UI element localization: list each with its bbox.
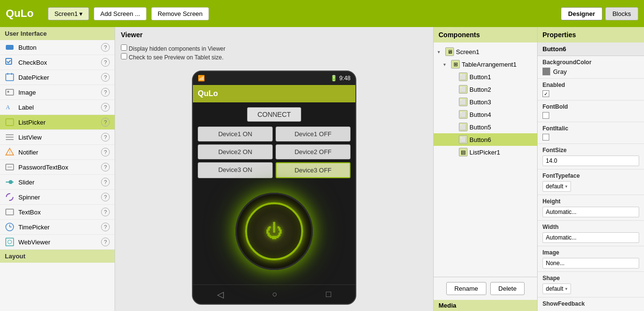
palette-item-datepicker[interactable]: DatePicker ? [0, 70, 115, 85]
prop-input[interactable] [542, 207, 639, 217]
palette-item-label: Label [18, 104, 97, 111]
prop-label: Shape [542, 275, 639, 282]
phone-app-bar: QuLo [193, 85, 355, 102]
prop-input[interactable] [542, 232, 639, 243]
prop-width: Width [538, 221, 644, 246]
device-btn-device3-on[interactable]: Device3 ON [198, 162, 273, 178]
svg-text:A: A [6, 104, 10, 111]
palette-item-help[interactable]: ? [101, 148, 110, 156]
chevron-down-icon: ▾ [565, 184, 568, 189]
color-swatch[interactable] [542, 68, 550, 75]
blocks-mode-button[interactable]: Blocks [605, 7, 638, 20]
prop-checkbox[interactable]: ✓ [542, 90, 549, 97]
palette-item-help[interactable]: ? [101, 118, 110, 127]
button-icon [5, 42, 15, 52]
palette-item-help[interactable]: ? [101, 58, 110, 67]
prop-input[interactable] [542, 156, 639, 166]
palette-item-help[interactable]: ? [101, 208, 110, 216]
palette-item-label[interactable]: A Label ? [0, 100, 115, 115]
screen-selector-button[interactable]: Screen1 ▾ [48, 7, 89, 20]
palette-item-webviewer[interactable]: WebViewer ? [0, 235, 115, 250]
tree-item-label: Screen1 [456, 48, 479, 56]
phone-content: CONNECT Device1 ONDevice1 OFFDevice2 OND… [193, 102, 355, 284]
palette-item-timepicker[interactable]: TimePicker ? [0, 220, 115, 235]
palette-item-listpicker[interactable]: ListPicker ? [0, 115, 115, 130]
main-layout: User Interface Button ? CheckBox ? DateP… [0, 27, 644, 311]
prop-label: FontBold [542, 103, 639, 110]
table-tree-icon: ⊞ [451, 60, 460, 69]
prop-checkbox[interactable] [542, 134, 549, 141]
prop-input[interactable] [542, 258, 639, 269]
palette-item-help[interactable]: ? [101, 223, 110, 231]
prop-shape: Shape default ▾ [538, 272, 644, 297]
tree-item-tablearrangement1[interactable]: ▾ ⊞ TableArrangement1 [434, 58, 537, 71]
back-nav-icon[interactable]: ◁ [217, 289, 224, 300]
checkbox-icon [5, 57, 15, 67]
designer-mode-button[interactable]: Designer [561, 7, 602, 20]
prop-checkbox[interactable] [542, 112, 549, 119]
palette-item-help[interactable]: ? [101, 103, 110, 112]
palette-item-help[interactable]: ? [101, 133, 110, 141]
tree-item-button1[interactable]: ⬜ Button1 [434, 71, 537, 83]
tablet-preview-checkbox[interactable] [121, 53, 127, 59]
palette-item-help[interactable]: ? [101, 43, 110, 52]
tree-item-screen1[interactable]: ▾ 🖥 Screen1 [434, 45, 537, 58]
palette-item-checkbox[interactable]: CheckBox ? [0, 55, 115, 70]
remove-screen-button[interactable]: Remove Screen [151, 7, 209, 20]
palette-item-listview[interactable]: ListView ? [0, 130, 115, 145]
slider-icon [5, 177, 15, 187]
tree-item-button4[interactable]: ⬜ Button4 [434, 108, 537, 121]
recent-nav-icon[interactable]: □ [326, 289, 331, 299]
chevron-down-icon: ▾ [565, 286, 568, 291]
phone-time: 🔋 9:48 [330, 75, 351, 82]
palette-item-help[interactable]: ? [101, 163, 110, 171]
viewer-panel: Viewer Display hidden components in View… [115, 27, 434, 311]
palette-item-button[interactable]: Button ? [0, 40, 115, 55]
prop-select[interactable]: default ▾ [542, 283, 571, 294]
tree-toggle[interactable]: ▾ [438, 49, 443, 55]
power-circle[interactable]: ⏻ [235, 193, 313, 270]
palette-item-help[interactable]: ? [101, 73, 110, 82]
prop-select[interactable]: default ▾ [542, 181, 571, 192]
rename-button[interactable]: Rename [446, 282, 486, 295]
prop-label: Width [542, 224, 639, 230]
palette-item-spinner[interactable]: Spinner ? [0, 190, 115, 205]
tree-item-button6[interactable]: ⬜ Button6 [434, 133, 537, 146]
tree-toggle[interactable]: ▾ [443, 62, 449, 67]
palette-item-image[interactable]: Image ? [0, 85, 115, 100]
device-btn-device2-off[interactable]: Device2 OFF [276, 144, 351, 159]
delete-button[interactable]: Delete [490, 282, 525, 295]
palette-item-textbox[interactable]: TextBox ? [0, 205, 115, 220]
tree-item-button3[interactable]: ⬜ Button3 [434, 96, 537, 108]
prop-label: FontItalic [542, 125, 639, 132]
tree-item-label: Button2 [469, 86, 491, 93]
prop-image: Image [538, 246, 644, 272]
hidden-components-checkbox[interactable] [121, 44, 127, 51]
device-btn-device2-on[interactable]: Device2 ON [198, 144, 273, 159]
device-btn-device1-off[interactable]: Device1 OFF [276, 127, 351, 141]
prop-fonttypeface: FontTypeface default ▾ [538, 170, 644, 195]
palette-item-notifier[interactable]: ! Notifier ? [0, 145, 115, 160]
device-btn-device1-on[interactable]: Device1 ON [198, 127, 273, 141]
palette-item-help[interactable]: ? [101, 238, 110, 246]
palette-item-help[interactable]: ? [101, 88, 110, 97]
tree-item-label: Button1 [469, 73, 491, 81]
palette-item-passwordtextbox[interactable]: PasswordTextBox ? [0, 160, 115, 175]
tree-item-button2[interactable]: ⬜ Button2 [434, 83, 537, 96]
properties-panel: Properties Button6 BackgroundColor Gray … [538, 27, 644, 311]
svg-rect-8 [6, 119, 14, 126]
palette-item-slider[interactable]: Slider ? [0, 175, 115, 190]
tree-item-listpicker1[interactable]: ▤ ListPicker1 [434, 146, 537, 158]
connect-button[interactable]: CONNECT [247, 107, 301, 122]
palette-item-help[interactable]: ? [101, 193, 110, 201]
tree-item-button5[interactable]: ⬜ Button5 [434, 121, 537, 133]
hidden-components-checkbox-label[interactable]: Display hidden components in Viewer [121, 44, 427, 52]
add-screen-button[interactable]: Add Screen ... [94, 7, 146, 20]
color-label: Gray [553, 68, 567, 75]
home-nav-icon[interactable]: ○ [272, 289, 278, 299]
tablet-preview-checkbox-label[interactable]: Check to see Preview on Tablet size. [121, 53, 427, 61]
phone-nav-bar: ◁ ○ □ [193, 284, 355, 304]
device-btn-device3-off[interactable]: Device3 OFF [276, 162, 351, 178]
viewer-title: Viewer [115, 27, 433, 42]
palette-item-help[interactable]: ? [101, 178, 110, 186]
